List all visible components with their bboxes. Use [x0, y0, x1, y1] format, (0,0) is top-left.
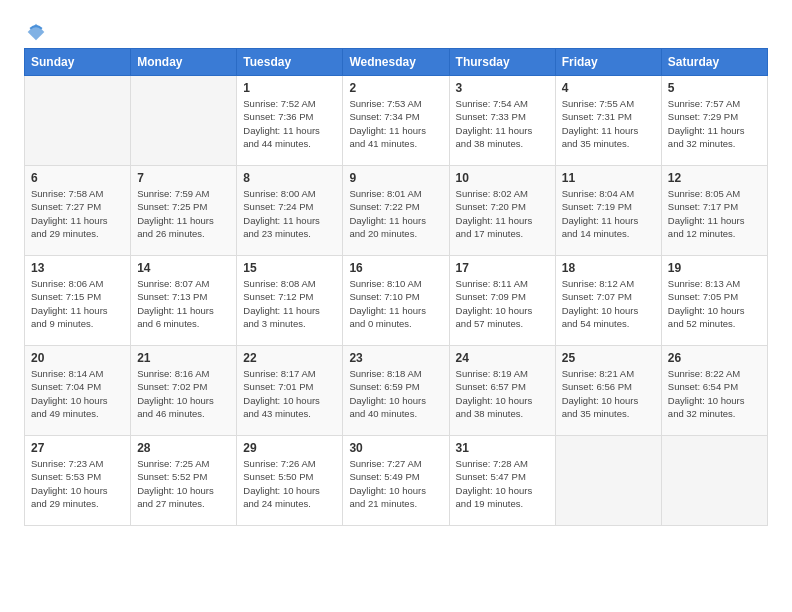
day-cell: 6Sunrise: 7:58 AM Sunset: 7:27 PM Daylig… [25, 166, 131, 256]
day-info: Sunrise: 7:53 AM Sunset: 7:34 PM Dayligh… [349, 97, 442, 150]
day-info: Sunrise: 8:17 AM Sunset: 7:01 PM Dayligh… [243, 367, 336, 420]
day-info: Sunrise: 8:08 AM Sunset: 7:12 PM Dayligh… [243, 277, 336, 330]
day-cell: 4Sunrise: 7:55 AM Sunset: 7:31 PM Daylig… [555, 76, 661, 166]
day-number: 13 [31, 261, 124, 275]
day-info: Sunrise: 7:27 AM Sunset: 5:49 PM Dayligh… [349, 457, 442, 510]
day-cell: 21Sunrise: 8:16 AM Sunset: 7:02 PM Dayli… [131, 346, 237, 436]
day-number: 4 [562, 81, 655, 95]
week-row-3: 13Sunrise: 8:06 AM Sunset: 7:15 PM Dayli… [25, 256, 768, 346]
day-info: Sunrise: 8:01 AM Sunset: 7:22 PM Dayligh… [349, 187, 442, 240]
day-number: 14 [137, 261, 230, 275]
day-info: Sunrise: 7:28 AM Sunset: 5:47 PM Dayligh… [456, 457, 549, 510]
day-info: Sunrise: 8:13 AM Sunset: 7:05 PM Dayligh… [668, 277, 761, 330]
day-number: 24 [456, 351, 549, 365]
day-header-thursday: Thursday [449, 49, 555, 76]
day-number: 27 [31, 441, 124, 455]
day-info: Sunrise: 8:16 AM Sunset: 7:02 PM Dayligh… [137, 367, 230, 420]
day-header-friday: Friday [555, 49, 661, 76]
day-cell: 29Sunrise: 7:26 AM Sunset: 5:50 PM Dayli… [237, 436, 343, 526]
day-info: Sunrise: 7:25 AM Sunset: 5:52 PM Dayligh… [137, 457, 230, 510]
day-number: 3 [456, 81, 549, 95]
day-cell: 14Sunrise: 8:07 AM Sunset: 7:13 PM Dayli… [131, 256, 237, 346]
day-number: 1 [243, 81, 336, 95]
day-info: Sunrise: 8:00 AM Sunset: 7:24 PM Dayligh… [243, 187, 336, 240]
week-row-1: 1Sunrise: 7:52 AM Sunset: 7:36 PM Daylig… [25, 76, 768, 166]
day-cell: 20Sunrise: 8:14 AM Sunset: 7:04 PM Dayli… [25, 346, 131, 436]
week-row-2: 6Sunrise: 7:58 AM Sunset: 7:27 PM Daylig… [25, 166, 768, 256]
day-number: 11 [562, 171, 655, 185]
day-info: Sunrise: 8:10 AM Sunset: 7:10 PM Dayligh… [349, 277, 442, 330]
day-number: 20 [31, 351, 124, 365]
day-info: Sunrise: 8:06 AM Sunset: 7:15 PM Dayligh… [31, 277, 124, 330]
day-cell: 16Sunrise: 8:10 AM Sunset: 7:10 PM Dayli… [343, 256, 449, 346]
day-info: Sunrise: 8:04 AM Sunset: 7:19 PM Dayligh… [562, 187, 655, 240]
day-cell [661, 436, 767, 526]
day-cell: 27Sunrise: 7:23 AM Sunset: 5:53 PM Dayli… [25, 436, 131, 526]
day-cell: 3Sunrise: 7:54 AM Sunset: 7:33 PM Daylig… [449, 76, 555, 166]
day-info: Sunrise: 8:19 AM Sunset: 6:57 PM Dayligh… [456, 367, 549, 420]
day-info: Sunrise: 7:59 AM Sunset: 7:25 PM Dayligh… [137, 187, 230, 240]
day-info: Sunrise: 8:05 AM Sunset: 7:17 PM Dayligh… [668, 187, 761, 240]
day-info: Sunrise: 8:11 AM Sunset: 7:09 PM Dayligh… [456, 277, 549, 330]
day-cell: 18Sunrise: 8:12 AM Sunset: 7:07 PM Dayli… [555, 256, 661, 346]
day-info: Sunrise: 8:02 AM Sunset: 7:20 PM Dayligh… [456, 187, 549, 240]
day-cell: 17Sunrise: 8:11 AM Sunset: 7:09 PM Dayli… [449, 256, 555, 346]
day-number: 26 [668, 351, 761, 365]
day-number: 16 [349, 261, 442, 275]
day-number: 19 [668, 261, 761, 275]
day-cell: 13Sunrise: 8:06 AM Sunset: 7:15 PM Dayli… [25, 256, 131, 346]
day-cell [131, 76, 237, 166]
day-cell: 2Sunrise: 7:53 AM Sunset: 7:34 PM Daylig… [343, 76, 449, 166]
day-info: Sunrise: 7:23 AM Sunset: 5:53 PM Dayligh… [31, 457, 124, 510]
day-number: 7 [137, 171, 230, 185]
day-cell: 10Sunrise: 8:02 AM Sunset: 7:20 PM Dayli… [449, 166, 555, 256]
logo-icon [26, 22, 46, 42]
day-cell: 28Sunrise: 7:25 AM Sunset: 5:52 PM Dayli… [131, 436, 237, 526]
day-cell: 11Sunrise: 8:04 AM Sunset: 7:19 PM Dayli… [555, 166, 661, 256]
day-number: 17 [456, 261, 549, 275]
day-cell: 23Sunrise: 8:18 AM Sunset: 6:59 PM Dayli… [343, 346, 449, 436]
logo [24, 20, 46, 38]
day-number: 22 [243, 351, 336, 365]
day-cell: 8Sunrise: 8:00 AM Sunset: 7:24 PM Daylig… [237, 166, 343, 256]
day-cell: 26Sunrise: 8:22 AM Sunset: 6:54 PM Dayli… [661, 346, 767, 436]
day-cell: 12Sunrise: 8:05 AM Sunset: 7:17 PM Dayli… [661, 166, 767, 256]
week-row-4: 20Sunrise: 8:14 AM Sunset: 7:04 PM Dayli… [25, 346, 768, 436]
day-info: Sunrise: 8:21 AM Sunset: 6:56 PM Dayligh… [562, 367, 655, 420]
day-cell: 31Sunrise: 7:28 AM Sunset: 5:47 PM Dayli… [449, 436, 555, 526]
day-number: 12 [668, 171, 761, 185]
day-info: Sunrise: 8:14 AM Sunset: 7:04 PM Dayligh… [31, 367, 124, 420]
day-number: 28 [137, 441, 230, 455]
day-cell: 19Sunrise: 8:13 AM Sunset: 7:05 PM Dayli… [661, 256, 767, 346]
day-number: 10 [456, 171, 549, 185]
day-header-wednesday: Wednesday [343, 49, 449, 76]
day-cell: 9Sunrise: 8:01 AM Sunset: 7:22 PM Daylig… [343, 166, 449, 256]
day-cell: 5Sunrise: 7:57 AM Sunset: 7:29 PM Daylig… [661, 76, 767, 166]
day-cell: 24Sunrise: 8:19 AM Sunset: 6:57 PM Dayli… [449, 346, 555, 436]
day-info: Sunrise: 8:07 AM Sunset: 7:13 PM Dayligh… [137, 277, 230, 330]
day-info: Sunrise: 7:55 AM Sunset: 7:31 PM Dayligh… [562, 97, 655, 150]
day-cell: 15Sunrise: 8:08 AM Sunset: 7:12 PM Dayli… [237, 256, 343, 346]
day-cell: 30Sunrise: 7:27 AM Sunset: 5:49 PM Dayli… [343, 436, 449, 526]
day-header-sunday: Sunday [25, 49, 131, 76]
day-cell: 1Sunrise: 7:52 AM Sunset: 7:36 PM Daylig… [237, 76, 343, 166]
day-number: 23 [349, 351, 442, 365]
calendar-table: SundayMondayTuesdayWednesdayThursdayFrid… [24, 48, 768, 526]
day-number: 18 [562, 261, 655, 275]
day-header-tuesday: Tuesday [237, 49, 343, 76]
day-number: 21 [137, 351, 230, 365]
day-number: 29 [243, 441, 336, 455]
day-cell: 22Sunrise: 8:17 AM Sunset: 7:01 PM Dayli… [237, 346, 343, 436]
day-info: Sunrise: 8:18 AM Sunset: 6:59 PM Dayligh… [349, 367, 442, 420]
day-number: 31 [456, 441, 549, 455]
day-number: 25 [562, 351, 655, 365]
day-info: Sunrise: 7:57 AM Sunset: 7:29 PM Dayligh… [668, 97, 761, 150]
calendar-header-row: SundayMondayTuesdayWednesdayThursdayFrid… [25, 49, 768, 76]
day-number: 2 [349, 81, 442, 95]
page-header [24, 20, 768, 38]
day-cell [555, 436, 661, 526]
day-info: Sunrise: 7:58 AM Sunset: 7:27 PM Dayligh… [31, 187, 124, 240]
day-cell: 7Sunrise: 7:59 AM Sunset: 7:25 PM Daylig… [131, 166, 237, 256]
day-number: 5 [668, 81, 761, 95]
day-cell: 25Sunrise: 8:21 AM Sunset: 6:56 PM Dayli… [555, 346, 661, 436]
